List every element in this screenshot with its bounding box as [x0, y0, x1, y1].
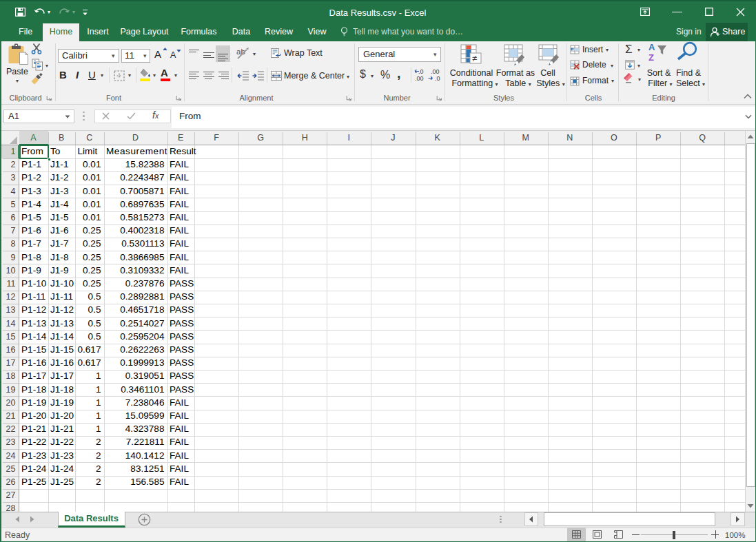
- svg-text:≠: ≠: [472, 53, 477, 63]
